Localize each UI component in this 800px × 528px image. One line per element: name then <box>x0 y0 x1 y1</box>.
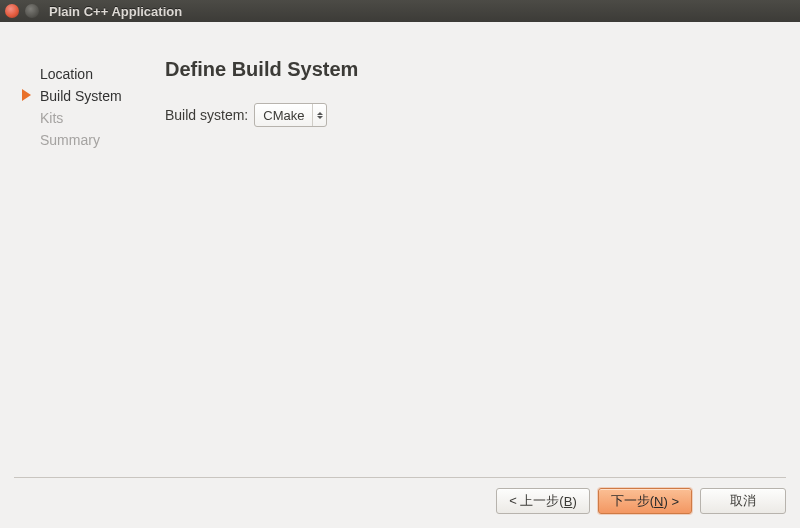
window-title: Plain C++ Application <box>49 4 182 19</box>
titlebar: Plain C++ Application <box>0 0 800 22</box>
step-label: Kits <box>40 110 63 126</box>
step-build-system: Build System <box>40 85 155 107</box>
build-system-value: CMake <box>255 108 312 123</box>
step-label: Summary <box>40 132 100 148</box>
back-prefix: < 上一步( <box>509 492 564 510</box>
page-title: Define Build System <box>165 58 790 81</box>
step-kits: Kits <box>40 107 155 129</box>
build-system-combobox[interactable]: CMake <box>254 103 327 127</box>
back-key: B <box>564 494 573 509</box>
chevron-down-icon <box>317 116 323 119</box>
combobox-stepper-icon <box>312 104 326 126</box>
next-suffix: ) > <box>663 494 679 509</box>
content-area: Location Build System Kits Summary Defin… <box>0 22 800 477</box>
chevron-up-icon <box>317 112 323 115</box>
back-suffix: ) <box>572 494 576 509</box>
wizard-sidebar: Location Build System Kits Summary <box>10 38 155 469</box>
button-bar: < 上一步(B) 下一步(N) > 取消 <box>0 478 800 528</box>
back-button[interactable]: < 上一步(B) <box>496 488 590 514</box>
step-label: Build System <box>40 88 122 104</box>
step-summary: Summary <box>40 129 155 151</box>
build-system-label: Build system: <box>165 107 248 123</box>
cancel-label: 取消 <box>730 492 756 510</box>
step-label: Location <box>40 66 93 82</box>
next-prefix: 下一步( <box>611 492 654 510</box>
build-system-row: Build system: CMake <box>165 103 790 127</box>
minimize-icon[interactable] <box>25 4 39 18</box>
close-icon[interactable] <box>5 4 19 18</box>
main-panel: Define Build System Build system: CMake <box>155 38 790 469</box>
next-button[interactable]: 下一步(N) > <box>598 488 692 514</box>
cancel-button[interactable]: 取消 <box>700 488 786 514</box>
step-location: Location <box>40 63 155 85</box>
next-key: N <box>654 494 663 509</box>
dialog-body: Location Build System Kits Summary Defin… <box>0 22 800 528</box>
